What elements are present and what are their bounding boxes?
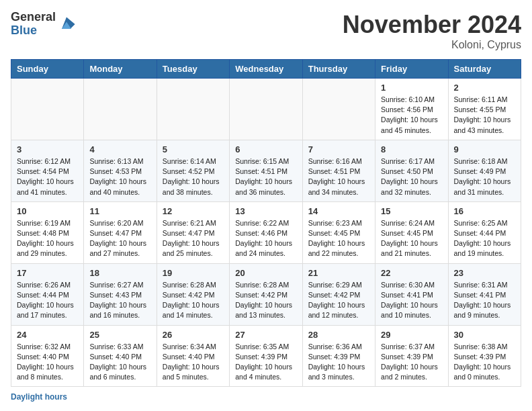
calendar-header-saturday: Saturday — [448, 60, 521, 79]
day-number: 20 — [235, 268, 296, 278]
daylight-hours-label: Daylight hours — [11, 392, 67, 402]
day-number: 25 — [89, 330, 150, 340]
calendar-cell: 24Sunrise: 6:32 AM Sunset: 4:40 PM Dayli… — [11, 325, 84, 387]
day-info: Sunrise: 6:16 AM Sunset: 4:51 PM Dayligh… — [308, 156, 369, 197]
logo-general: General — [11, 11, 56, 24]
day-info: Sunrise: 6:34 AM Sunset: 4:40 PM Dayligh… — [163, 342, 224, 383]
day-number: 12 — [163, 206, 224, 216]
logo-icon — [57, 15, 76, 34]
calendar-cell — [84, 79, 157, 140]
day-number: 27 — [235, 330, 296, 340]
day-info: Sunrise: 6:31 AM Sunset: 4:41 PM Dayligh… — [454, 280, 515, 321]
day-info: Sunrise: 6:36 AM Sunset: 4:39 PM Dayligh… — [308, 342, 369, 383]
day-number: 29 — [381, 330, 442, 340]
day-info: Sunrise: 6:24 AM Sunset: 4:45 PM Dayligh… — [381, 218, 442, 259]
day-number: 22 — [381, 268, 442, 278]
day-number: 21 — [308, 268, 369, 278]
day-number: 23 — [454, 268, 515, 278]
calendar-cell: 9Sunrise: 6:18 AM Sunset: 4:49 PM Daylig… — [448, 140, 521, 201]
day-info: Sunrise: 6:25 AM Sunset: 4:44 PM Dayligh… — [454, 218, 515, 259]
month-title: November 2024 — [343, 11, 521, 39]
day-number: 11 — [89, 206, 150, 216]
calendar-week-row: 10Sunrise: 6:19 AM Sunset: 4:48 PM Dayli… — [11, 201, 521, 263]
day-number: 30 — [454, 330, 515, 340]
calendar-cell: 17Sunrise: 6:26 AM Sunset: 4:44 PM Dayli… — [11, 263, 84, 325]
calendar-cell: 13Sunrise: 6:22 AM Sunset: 4:46 PM Dayli… — [230, 201, 302, 263]
day-info: Sunrise: 6:33 AM Sunset: 4:40 PM Dayligh… — [89, 342, 150, 383]
day-info: Sunrise: 6:18 AM Sunset: 4:49 PM Dayligh… — [454, 156, 515, 197]
day-info: Sunrise: 6:20 AM Sunset: 4:47 PM Dayligh… — [89, 218, 150, 259]
day-info: Sunrise: 6:32 AM Sunset: 4:40 PM Dayligh… — [17, 342, 78, 383]
calendar-header-thursday: Thursday — [302, 60, 375, 79]
calendar-cell: 18Sunrise: 6:27 AM Sunset: 4:43 PM Dayli… — [84, 263, 157, 325]
day-number: 4 — [89, 144, 150, 154]
day-info: Sunrise: 6:27 AM Sunset: 4:43 PM Dayligh… — [89, 280, 150, 321]
day-info: Sunrise: 6:12 AM Sunset: 4:54 PM Dayligh… — [17, 156, 78, 197]
day-number: 9 — [454, 144, 515, 154]
day-number: 10 — [17, 206, 78, 216]
day-number: 28 — [308, 330, 369, 340]
calendar-cell: 11Sunrise: 6:20 AM Sunset: 4:47 PM Dayli… — [84, 201, 157, 263]
calendar-header-wednesday: Wednesday — [230, 60, 302, 79]
day-number: 26 — [163, 330, 224, 340]
calendar-cell: 5Sunrise: 6:14 AM Sunset: 4:52 PM Daylig… — [157, 140, 229, 201]
calendar-cell: 27Sunrise: 6:35 AM Sunset: 4:39 PM Dayli… — [230, 325, 302, 387]
day-number: 16 — [454, 206, 515, 216]
day-number: 8 — [381, 144, 442, 154]
day-number: 7 — [308, 144, 369, 154]
day-info: Sunrise: 6:37 AM Sunset: 4:39 PM Dayligh… — [381, 342, 442, 383]
calendar-cell: 7Sunrise: 6:16 AM Sunset: 4:51 PM Daylig… — [302, 140, 375, 201]
calendar-header-friday: Friday — [375, 60, 448, 79]
calendar-table: SundayMondayTuesdayWednesdayThursdayFrid… — [11, 59, 521, 387]
day-info: Sunrise: 6:21 AM Sunset: 4:47 PM Dayligh… — [163, 218, 224, 259]
calendar-cell: 10Sunrise: 6:19 AM Sunset: 4:48 PM Dayli… — [11, 201, 84, 263]
day-info: Sunrise: 6:17 AM Sunset: 4:50 PM Dayligh… — [381, 156, 442, 197]
calendar-cell: 14Sunrise: 6:23 AM Sunset: 4:45 PM Dayli… — [302, 201, 375, 263]
day-number: 14 — [308, 206, 369, 216]
calendar-cell: 1Sunrise: 6:10 AM Sunset: 4:56 PM Daylig… — [375, 79, 448, 140]
day-info: Sunrise: 6:22 AM Sunset: 4:46 PM Dayligh… — [235, 218, 296, 259]
calendar-cell: 30Sunrise: 6:38 AM Sunset: 4:39 PM Dayli… — [448, 325, 521, 387]
calendar-cell: 2Sunrise: 6:11 AM Sunset: 4:55 PM Daylig… — [448, 79, 521, 140]
calendar-week-row: 24Sunrise: 6:32 AM Sunset: 4:40 PM Dayli… — [11, 325, 521, 387]
location: Koloni, Cyprus — [343, 39, 521, 51]
calendar-cell: 28Sunrise: 6:36 AM Sunset: 4:39 PM Dayli… — [302, 325, 375, 387]
day-info: Sunrise: 6:10 AM Sunset: 4:56 PM Dayligh… — [381, 95, 442, 136]
day-number: 13 — [235, 206, 296, 216]
calendar-cell: 21Sunrise: 6:29 AM Sunset: 4:42 PM Dayli… — [302, 263, 375, 325]
calendar-cell: 6Sunrise: 6:15 AM Sunset: 4:51 PM Daylig… — [230, 140, 302, 201]
calendar-cell: 16Sunrise: 6:25 AM Sunset: 4:44 PM Dayli… — [448, 201, 521, 263]
day-number: 18 — [89, 268, 150, 278]
logo: General Blue — [11, 11, 76, 38]
calendar-cell: 8Sunrise: 6:17 AM Sunset: 4:50 PM Daylig… — [375, 140, 448, 201]
calendar-header-tuesday: Tuesday — [157, 60, 229, 79]
logo-blue: Blue — [11, 24, 56, 38]
day-number: 24 — [17, 330, 78, 340]
day-info: Sunrise: 6:29 AM Sunset: 4:42 PM Dayligh… — [308, 280, 369, 321]
day-number: 1 — [381, 83, 442, 93]
day-number: 5 — [163, 144, 224, 154]
day-info: Sunrise: 6:13 AM Sunset: 4:53 PM Dayligh… — [89, 156, 150, 197]
calendar-header-sunday: Sunday — [11, 60, 84, 79]
page-header: General Blue November 2024 Koloni, Cypru… — [11, 11, 521, 51]
calendar-cell: 4Sunrise: 6:13 AM Sunset: 4:53 PM Daylig… — [84, 140, 157, 201]
footer-note: Daylight hours — [11, 392, 521, 402]
day-number: 2 — [454, 83, 515, 93]
calendar-cell: 29Sunrise: 6:37 AM Sunset: 4:39 PM Dayli… — [375, 325, 448, 387]
day-info: Sunrise: 6:30 AM Sunset: 4:41 PM Dayligh… — [381, 280, 442, 321]
calendar-week-row: 17Sunrise: 6:26 AM Sunset: 4:44 PM Dayli… — [11, 263, 521, 325]
calendar-cell: 26Sunrise: 6:34 AM Sunset: 4:40 PM Dayli… — [157, 325, 229, 387]
calendar-week-row: 1Sunrise: 6:10 AM Sunset: 4:56 PM Daylig… — [11, 79, 521, 140]
day-info: Sunrise: 6:38 AM Sunset: 4:39 PM Dayligh… — [454, 342, 515, 383]
day-number: 19 — [163, 268, 224, 278]
calendar-cell — [11, 79, 84, 140]
calendar-cell — [157, 79, 229, 140]
day-info: Sunrise: 6:11 AM Sunset: 4:55 PM Dayligh… — [454, 95, 515, 136]
calendar-header-row: SundayMondayTuesdayWednesdayThursdayFrid… — [11, 60, 521, 79]
calendar-header-monday: Monday — [84, 60, 157, 79]
day-number: 6 — [235, 144, 296, 154]
day-info: Sunrise: 6:35 AM Sunset: 4:39 PM Dayligh… — [235, 342, 296, 383]
calendar-cell: 12Sunrise: 6:21 AM Sunset: 4:47 PM Dayli… — [157, 201, 229, 263]
day-info: Sunrise: 6:28 AM Sunset: 4:42 PM Dayligh… — [163, 280, 224, 321]
day-number: 15 — [381, 206, 442, 216]
